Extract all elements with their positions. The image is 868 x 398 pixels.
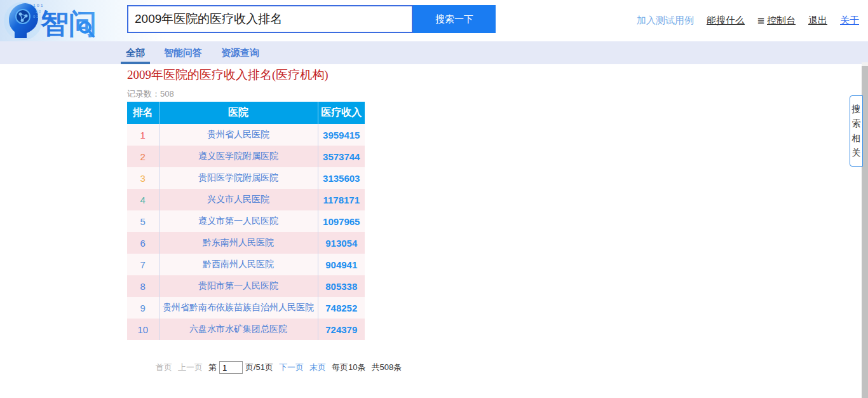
hospital-link[interactable]: 贵阳市第一人民医院 <box>159 275 318 297</box>
revenue-cell: 904941 <box>318 254 365 275</box>
binary-digits: 1 0 1 <box>33 3 43 8</box>
search-related-panel[interactable]: 搜索相关 <box>850 95 863 167</box>
hospital-link[interactable]: 贵阳医学院附属医院 <box>159 167 318 189</box>
nav-join-test-cases[interactable]: 加入测试用例 <box>637 15 694 27</box>
nav-item-label: 能搜什么 <box>707 15 745 27</box>
nav-item-label: 退出 <box>808 15 827 27</box>
rank-cell: 8 <box>127 275 159 297</box>
tab-label: 智能问答 <box>164 47 202 59</box>
hamburger-icon: ≡ <box>757 15 764 27</box>
revenue-cell: 3135603 <box>318 167 365 189</box>
nav-item-label: 关于 <box>840 15 859 27</box>
nav-item-label: 加入测试用例 <box>637 15 694 27</box>
result-table: 排名 医院 医疗收入 1 贵州省人民医院 3959415 2 遵义医学院附属医院… <box>127 102 365 340</box>
top-nav: 加入测试用例 能搜什么 ≡ 控制台 退出 关于 <box>637 0 859 41</box>
revenue-cell: 913054 <box>318 232 365 254</box>
hospital-link[interactable]: 兴义市人民医院 <box>159 189 318 210</box>
rank-cell: 2 <box>127 146 159 167</box>
revenue-cell: 3959415 <box>318 124 365 146</box>
prev-page-link[interactable]: 上一页 <box>178 362 203 373</box>
search-button[interactable]: 搜索一下 <box>413 5 496 33</box>
rank-cell: 3 <box>127 167 159 189</box>
revenue-cell: 805338 <box>318 275 365 297</box>
record-count-value: 508 <box>160 89 174 99</box>
page-prefix-label: 第 <box>208 362 217 373</box>
column-header-hospital: 医院 <box>159 102 318 124</box>
total-count-label: 共508条 <box>372 362 402 373</box>
hospital-link[interactable]: 遵义市第一人民医院 <box>159 210 318 232</box>
table-header-row: 排名 医院 医疗收入 <box>127 102 365 124</box>
hospital-link[interactable]: 黔西南州人民医院 <box>159 254 318 275</box>
hospital-link[interactable]: 六盘水市水矿集团总医院 <box>159 319 318 340</box>
table-row: 4 兴义市人民医院 1178171 <box>127 189 365 210</box>
table-row: 8 贵阳市第一人民医院 805338 <box>127 275 365 297</box>
table-row: 3 贵阳医学院附属医院 3135603 <box>127 167 365 189</box>
nav-logout[interactable]: 退出 <box>808 15 827 27</box>
tab-all[interactable]: 全部 <box>126 41 145 64</box>
table-row: 7 黔西南州人民医院 904941 <box>127 254 365 275</box>
result-title: 2009年医院的医疗收入排名(医疗机构) <box>127 67 329 83</box>
per-page-label: 每页10条 <box>332 362 365 373</box>
table-row: 2 遵义医学院附属医院 3573744 <box>127 146 365 167</box>
table-body: 1 贵州省人民医院 3959415 2 遵义医学院附属医院 3573744 3 … <box>127 124 365 340</box>
rank-cell: 6 <box>127 232 159 254</box>
last-page-link[interactable]: 末页 <box>309 362 326 373</box>
revenue-cell: 1178171 <box>318 189 365 210</box>
table-row: 6 黔东南州人民医院 913054 <box>127 232 365 254</box>
nav-console[interactable]: ≡ 控制台 <box>757 15 796 27</box>
revenue-cell: 748252 <box>318 297 365 319</box>
pagination: 首页 上一页 第 页/51页 下一页 末页 每页10条 共508条 <box>156 360 402 374</box>
page-number-group: 第 页/51页 <box>208 361 273 374</box>
hospital-link[interactable]: 贵州省黔南布依族苗族自治州人民医院 <box>159 297 318 319</box>
hospital-link[interactable]: 遵义医学院附属医院 <box>159 146 318 167</box>
hospital-link[interactable]: 黔东南州人民医院 <box>159 232 318 254</box>
rank-cell: 9 <box>127 297 159 319</box>
tab-resource-query[interactable]: 资源查询 <box>221 41 259 64</box>
table-row: 9 贵州省黔南布依族苗族自治州人民医院 748252 <box>127 297 365 319</box>
revenue-cell: 724379 <box>318 319 365 340</box>
revenue-cell: 1097965 <box>318 210 365 232</box>
tab-bar: 全部 智能问答 资源查询 <box>0 41 868 64</box>
nav-what-can-search[interactable]: 能搜什么 <box>707 15 745 27</box>
rank-cell: 7 <box>127 254 159 275</box>
binary-digits: 0 1 <box>33 15 39 18</box>
tabs: 全部 智能问答 资源查询 <box>126 41 259 64</box>
hospital-link[interactable]: 贵州省人民医院 <box>159 124 318 146</box>
app-header: 1 0 1 1 0 0 1 智问 搜索一下 加入测试用例 能搜什么 ≡ 控制台 … <box>0 0 868 41</box>
table-row: 5 遵义市第一人民医院 1097965 <box>127 210 365 232</box>
column-header-revenue: 医疗收入 <box>318 102 365 124</box>
brand-logo-icon: 1 0 1 1 0 0 1 智问 <box>4 1 126 41</box>
column-header-rank: 排名 <box>127 102 159 124</box>
table-row: 10 六盘水市水矿集团总医院 724379 <box>127 319 365 340</box>
next-page-link[interactable]: 下一页 <box>279 362 304 373</box>
tab-smart-qa[interactable]: 智能问答 <box>164 41 202 64</box>
record-count-label: 记录数： <box>127 89 160 99</box>
tab-label: 全部 <box>126 47 145 59</box>
nav-item-label: 控制台 <box>767 15 796 27</box>
brand-logo[interactable]: 1 0 1 1 0 0 1 智问 <box>4 1 126 41</box>
rank-cell: 5 <box>127 210 159 232</box>
nav-about[interactable]: 关于 <box>840 15 859 27</box>
revenue-cell: 3573744 <box>318 146 365 167</box>
first-page-link[interactable]: 首页 <box>156 362 172 373</box>
rank-cell: 4 <box>127 189 159 210</box>
rank-cell: 10 <box>127 319 159 340</box>
record-count: 记录数：508 <box>127 88 174 100</box>
rank-cell: 1 <box>127 124 159 146</box>
page-suffix-label: 页/51页 <box>245 362 273 373</box>
search-input[interactable] <box>127 5 413 33</box>
tab-label: 资源查询 <box>221 47 259 59</box>
page-number-input[interactable] <box>219 361 243 374</box>
table-row: 1 贵州省人民医院 3959415 <box>127 124 365 146</box>
